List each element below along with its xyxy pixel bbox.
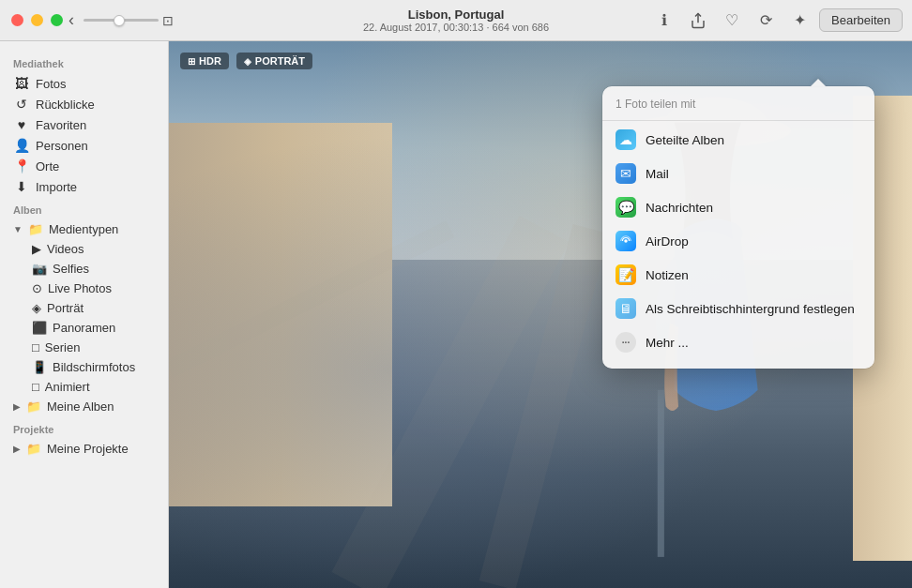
sidebar-item-favoriten[interactable]: ♥ Favoriten (0, 114, 168, 135)
meine-projekte-icon: 📁 (26, 442, 41, 456)
share-item-label: AirDrop (646, 234, 689, 249)
sidebar-item-label: Personen (36, 139, 88, 153)
child-label: Selfies (53, 262, 89, 276)
sidebar-item-bildschirmfotos[interactable]: 📱 Bildschirmfotos (0, 357, 168, 377)
back-button[interactable]: ‹ (63, 10, 80, 30)
mail-icon: ✉ (616, 163, 636, 184)
share-item-wallpaper[interactable]: 🖥 Als Schreibtischhintergrund festlegen (602, 292, 874, 325)
sidebar-item-importe[interactable]: ⬇ Importe (0, 176, 168, 197)
mediathek-section-label: Mediathek (0, 51, 168, 73)
favoriten-icon: ♥ (13, 117, 30, 132)
animiert-icon: □ (32, 380, 39, 394)
sidebar-item-rueckblicke[interactable]: ↺ Rückblicke (0, 94, 168, 114)
sidebar-item-label: Favoriten (36, 118, 86, 132)
zoom-slider-thumb[interactable] (114, 15, 125, 26)
info-button[interactable]: ℹ (650, 7, 678, 35)
share-item-label: Mail (646, 167, 669, 181)
airdrop-icon (616, 231, 636, 251)
serien-icon: □ (32, 340, 39, 354)
rueckblicke-icon: ↺ (13, 97, 30, 112)
videos-icon: ▶ (32, 242, 41, 256)
notes-icon: 📝 (616, 264, 636, 285)
child-label: Animiert (45, 380, 90, 394)
share-item-label: Notizen (646, 268, 689, 282)
share-item-label: Als Schreibtischhintergrund festlegen (646, 302, 855, 316)
hdr-icon: ⊞ (188, 56, 195, 67)
photo-location: Lisbon, Portugal (363, 8, 549, 22)
svg-point-7 (624, 239, 628, 243)
edit-button[interactable]: Bearbeiten (819, 8, 903, 32)
portraet-icon: ◈ (32, 301, 41, 315)
child-label: Videos (47, 242, 84, 256)
sidebar-item-animiert[interactable]: □ Animiert (0, 377, 168, 397)
fotos-icon: 🖼 (13, 76, 30, 91)
sidebar-group-meine-projekte[interactable]: ▶ 📁 Meine Projekte (0, 439, 168, 459)
shared-albums-icon: ☁ (616, 129, 636, 150)
sidebar-item-livephotos[interactable]: ⊙ Live Photos (0, 279, 168, 298)
sidebar-group-meine-alben[interactable]: ▶ 📁 Meine Alben (0, 397, 168, 416)
share-item-nachrichten[interactable]: 💬 Nachrichten (602, 190, 874, 224)
sidebar-item-label: Orte (36, 159, 59, 173)
maximize-button[interactable] (51, 14, 63, 26)
share-item-label: Geteilte Alben (646, 133, 724, 147)
titlebar-actions: ℹ ♡ ⟳ ✦ Bearbeiten (650, 7, 912, 35)
favorite-button[interactable]: ♡ (718, 7, 746, 35)
projekte-section-label: Projekte (0, 416, 168, 439)
sidebar-item-panoramen[interactable]: ⬛ Panoramen (0, 318, 168, 338)
child-label: Live Photos (48, 281, 112, 295)
sidebar-item-videos[interactable]: ▶ Videos (0, 239, 168, 259)
sidebar-item-selfies[interactable]: 📷 Selfies (0, 259, 168, 279)
bildschirmfotos-icon: 📱 (32, 360, 47, 374)
orte-icon: 📍 (13, 158, 30, 173)
meine-alben-icon: 📁 (26, 400, 41, 414)
zoom-slider-track[interactable] (84, 19, 159, 22)
share-item-label: Nachrichten (646, 201, 713, 215)
sidebar-item-portraet[interactable]: ◈ Porträt (0, 298, 168, 318)
group-label: Meine Projekte (47, 442, 129, 456)
popup-arrow (811, 79, 826, 86)
sidebar: Mediathek 🖼 Fotos ↺ Rückblicke ♥ Favorit… (0, 41, 169, 588)
disclosure-icon: ▶ (13, 444, 21, 454)
group-label: Meine Alben (47, 400, 114, 414)
sidebar-item-label: Rückblicke (36, 98, 95, 112)
share-item-airdrop[interactable]: AirDrop (602, 224, 874, 258)
child-label: Porträt (47, 301, 84, 315)
selfies-icon: 📷 (32, 262, 47, 276)
child-label: Panoramen (53, 321, 115, 335)
disclosure-icon: ▶ (13, 401, 21, 412)
child-label: Bildschirmfotos (53, 360, 135, 374)
window-controls (0, 14, 63, 26)
sidebar-group-medientypen[interactable]: ▼ 📁 Medientypen (0, 219, 168, 239)
share-item-shared-albums[interactable]: ☁ Geteilte Alben (602, 123, 874, 157)
share-button[interactable] (684, 7, 712, 35)
hdr-badge: ⊞ HDR (180, 53, 229, 69)
sidebar-item-personen[interactable]: 👤 Personen (0, 135, 168, 156)
popup-divider (602, 120, 874, 121)
titlebar: ‹ ⊡ Lisbon, Portugal 22. August 2017, 00… (0, 0, 912, 41)
rotate-button[interactable]: ⟳ (752, 7, 780, 35)
alben-section-label: Alben (0, 197, 168, 219)
group-label: Medientypen (49, 222, 118, 236)
sidebar-item-label: Importe (36, 180, 77, 194)
close-button[interactable] (11, 14, 23, 26)
portraet-badge: ◈ PORTRÄT (236, 53, 312, 69)
fit-icon: ⊡ (162, 13, 174, 28)
enhance-button[interactable]: ✦ (785, 7, 813, 35)
minimize-button[interactable] (31, 14, 43, 26)
personen-icon: 👤 (13, 138, 30, 153)
main-content: Mediathek 🖼 Fotos ↺ Rückblicke ♥ Favorit… (0, 41, 912, 588)
share-item-mail[interactable]: ✉ Mail (602, 157, 874, 190)
zoom-slider-container: ⊡ (84, 13, 174, 28)
share-item-notizen[interactable]: 📝 Notizen (602, 258, 874, 292)
importe-icon: ⬇ (13, 179, 30, 194)
share-item-mehr[interactable]: ··· Mehr ... (602, 325, 874, 359)
portraet-badge-icon: ◈ (244, 56, 251, 67)
sidebar-item-serien[interactable]: □ Serien (0, 338, 168, 357)
child-label: Serien (45, 340, 81, 354)
messages-icon: 💬 (616, 197, 636, 218)
photo-area: ⊞ HDR ◈ PORTRÄT 1 Foto teilen mit ☁ Gete… (169, 41, 912, 588)
sidebar-item-label: Fotos (36, 77, 67, 91)
sidebar-item-orte[interactable]: 📍 Orte (0, 156, 168, 176)
sidebar-item-fotos[interactable]: 🖼 Fotos (0, 73, 168, 94)
share-popup: 1 Foto teilen mit ☁ Geteilte Alben ✉ Mai… (602, 86, 874, 369)
